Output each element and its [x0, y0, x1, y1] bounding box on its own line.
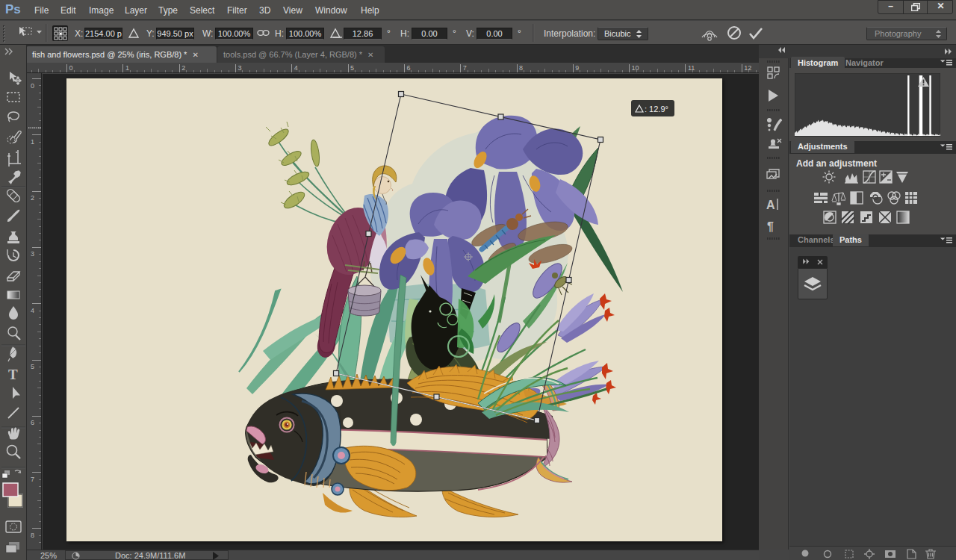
- svg-text:4: 4: [31, 307, 34, 314]
- svg-text:2: 2: [31, 194, 34, 202]
- svg-text:: 12.9°: : 12.9°: [645, 105, 668, 113]
- svg-text:A: A: [766, 199, 775, 211]
- svg-text:¶: ¶: [767, 220, 774, 233]
- svg-text:2: 2: [181, 64, 185, 72]
- svg-text:10: 10: [632, 64, 639, 72]
- svg-text:7: 7: [31, 476, 34, 483]
- svg-text:6: 6: [406, 64, 410, 72]
- svg-text:7: 7: [463, 64, 467, 72]
- svg-text:12: 12: [744, 64, 751, 72]
- svg-text:5: 5: [31, 363, 34, 370]
- svg-text:8: 8: [519, 64, 523, 72]
- svg-text:3: 3: [238, 64, 242, 72]
- svg-text:1: 1: [31, 138, 34, 146]
- svg-text:8: 8: [31, 532, 34, 539]
- svg-text:T: T: [8, 367, 18, 382]
- svg-text:4: 4: [294, 64, 298, 72]
- svg-text:11: 11: [688, 64, 695, 72]
- svg-text:3: 3: [31, 250, 34, 258]
- svg-text:9: 9: [575, 64, 579, 72]
- svg-text:6: 6: [31, 419, 34, 426]
- svg-text:0: 0: [69, 64, 73, 72]
- svg-text:1: 1: [125, 64, 129, 72]
- svg-text:0: 0: [31, 82, 34, 90]
- svg-text:5: 5: [350, 64, 354, 72]
